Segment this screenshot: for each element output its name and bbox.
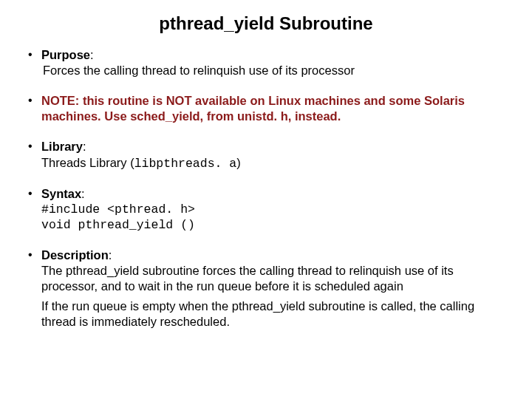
note-text: NOTE: this routine is NOT available on L… — [41, 94, 465, 123]
item-description: Description: The pthread_yield subroutin… — [24, 248, 508, 330]
page-title: pthread_yield Subroutine — [24, 13, 508, 34]
description-p1: The pthread_yield subroutine forces the … — [41, 263, 508, 294]
item-purpose: Purpose: Forces the calling thread to re… — [24, 47, 508, 78]
syntax-line1: #include <pthread. h> — [41, 202, 508, 217]
library-label: Library — [41, 140, 83, 153]
description-p2: If the run queue is empty when the pthre… — [41, 299, 508, 330]
library-suffix: ) — [236, 156, 241, 169]
colon: : — [81, 187, 85, 200]
library-prefix: Threads Library ( — [41, 156, 134, 169]
colon: : — [109, 248, 112, 262]
library-code: libpthreads. a — [134, 157, 237, 171]
syntax-line2: void pthread_yield () — [41, 217, 508, 233]
purpose-text: Forces the calling thread to relinquish … — [41, 63, 508, 78]
syntax-label: Syntax — [41, 187, 81, 200]
item-syntax: Syntax: #include <pthread. h> void pthre… — [24, 186, 508, 233]
item-library: Library: Threads Library (libpthreads. a… — [24, 139, 508, 171]
colon: : — [83, 140, 86, 153]
purpose-label: Purpose — [41, 48, 90, 61]
bullet-list: Purpose: Forces the calling thread to re… — [24, 47, 508, 330]
description-label: Description — [41, 248, 109, 262]
colon: : — [90, 48, 94, 61]
item-note: NOTE: this routine is NOT available on L… — [24, 93, 508, 124]
library-body: Threads Library (libpthreads. a) — [41, 155, 508, 171]
